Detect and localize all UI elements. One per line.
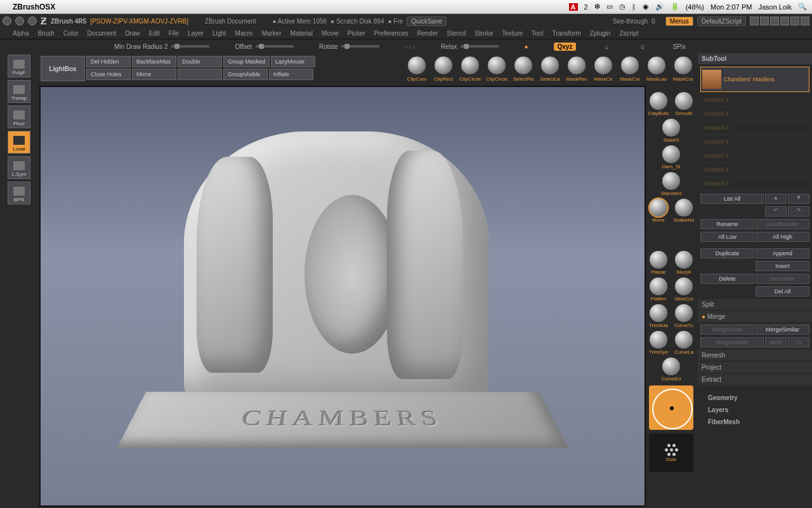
timemachine-icon[interactable]: ◷	[619, 3, 625, 11]
layout-icon[interactable]	[750, 17, 759, 25]
brush-slicecur[interactable]: SliceCur	[672, 277, 695, 302]
remesh-section[interactable]: Remesh	[698, 350, 812, 361]
split-section[interactable]: Split	[698, 299, 812, 310]
menu-movie[interactable]: Movie	[322, 30, 339, 37]
btn-groupvisible[interactable]: GroupVisible	[223, 69, 268, 80]
menu-alpha[interactable]: Alpha	[13, 30, 29, 37]
rename-button[interactable]: Rename	[700, 219, 754, 229]
fibermesh-section[interactable]: FiberMesh	[698, 417, 812, 427]
tool-floor[interactable]: Floor	[8, 105, 30, 128]
subtool-slot[interactable]: Unused 1	[700, 95, 809, 107]
brush-selectla[interactable]: SelectLa	[538, 56, 562, 82]
menu-color[interactable]: Color	[63, 30, 79, 37]
tool-l-sym[interactable]: L.Sym	[8, 156, 30, 179]
del-all-button[interactable]: Del All	[756, 286, 809, 297]
brush-clipcircle[interactable]: ClipCircle	[458, 56, 482, 82]
brush-slash3[interactable]: Slash3	[660, 119, 683, 143]
menu-transform[interactable]: Transform	[552, 30, 580, 37]
subtool-slot[interactable]: Unused 5	[700, 150, 809, 163]
menu-edit[interactable]: Edit	[149, 30, 160, 37]
menu-layer[interactable]: Layer	[188, 30, 204, 37]
subtool-slot[interactable]: Unused 6	[700, 164, 809, 177]
sync-icon[interactable]: ❇	[594, 3, 600, 11]
layout3-icon[interactable]	[770, 17, 779, 25]
tool-transp[interactable]: Transp	[8, 80, 30, 103]
merge-section[interactable]: Merge	[698, 311, 812, 322]
project-section[interactable]: Project	[698, 362, 812, 373]
geometry-section[interactable]: Geometry	[698, 392, 812, 403]
brush-cliprect[interactable]: ClipRect	[431, 56, 455, 82]
btn-del-hidden[interactable]: Del Hidden	[86, 56, 131, 67]
bluetooth-icon[interactable]: ᛒ	[632, 3, 636, 11]
layout2-icon[interactable]	[760, 17, 769, 25]
btn-close-holes[interactable]: Close Holes	[86, 69, 131, 80]
extract-section[interactable]: Extract	[698, 374, 812, 385]
brush-dam_st[interactable]: Dam_St	[660, 145, 683, 170]
menu-marker[interactable]: Marker	[261, 30, 281, 37]
default-zscript-button[interactable]: DefaultZScript	[697, 17, 746, 26]
move-down-button[interactable]: ▼	[788, 194, 809, 204]
arrow-left-button[interactable]: ↶	[765, 206, 787, 217]
weld-button[interactable]: Weld	[765, 337, 787, 347]
autoreorder-button[interactable]: AutoReorder	[756, 219, 809, 229]
dots-widget[interactable]: Dots	[649, 434, 693, 472]
subtool-slot[interactable]: Unused 3	[700, 123, 809, 135]
volume-icon[interactable]: 🔊	[655, 3, 664, 11]
del-other-button[interactable]: Del Other	[756, 274, 809, 284]
brush-curveed[interactable]: CurveEd	[660, 358, 683, 382]
brush-standard[interactable]: Standard	[660, 172, 683, 196]
user-name[interactable]: Jason Loik	[758, 3, 792, 11]
display-icon[interactable]: ▭	[606, 3, 613, 11]
mergevisible-button[interactable]: MergeVisible	[700, 337, 764, 347]
menu-render[interactable]: Render	[417, 30, 438, 37]
brush-curvetu[interactable]: CurveTu	[672, 304, 695, 328]
brush-planar[interactable]: Planar	[647, 251, 670, 275]
layers-section[interactable]: Layers	[698, 404, 812, 415]
menu-light[interactable]: Light	[213, 30, 226, 37]
menu-tool[interactable]: Tool	[532, 30, 543, 37]
delete-button[interactable]: Delete	[700, 274, 754, 284]
btn-group-masked[interactable]: Group Masked	[223, 56, 270, 67]
brush-maskcur[interactable]: MaskCur	[618, 56, 642, 82]
insert-button[interactable]: Insert	[756, 261, 809, 271]
adobe-icon[interactable]: A	[569, 3, 578, 11]
arrow-right-button[interactable]: ↷	[788, 206, 809, 217]
wifi-icon[interactable]: ◉	[643, 3, 649, 11]
brush-clipcircle[interactable]: ClipCircle	[485, 56, 509, 82]
menus-button[interactable]: Menus	[665, 17, 693, 26]
viewport-canvas[interactable]: CHAMBERS	[39, 86, 646, 507]
lock-icon[interactable]	[801, 17, 809, 25]
duplicate-button[interactable]: Duplicate	[700, 248, 754, 258]
btn-lazymouse[interactable]: LazyMouse	[271, 56, 315, 67]
menu-stencil[interactable]: Stencil	[447, 30, 466, 37]
subtool-slot[interactable]: Unused 4	[700, 137, 809, 149]
window-min-icon[interactable]	[3, 17, 11, 25]
brush-smooth[interactable]: Smooth	[672, 92, 695, 116]
tool-polyf[interactable]: PolyF	[8, 55, 30, 77]
menu-document[interactable]: Document	[88, 30, 117, 37]
mergedown-button[interactable]: MergeDown	[700, 324, 754, 335]
headphones-icon[interactable]: ♫	[637, 41, 647, 51]
battery-icon[interactable]: 🔋	[671, 3, 679, 11]
menu-texture[interactable]: Texture	[502, 30, 523, 37]
relax-slider[interactable]: Relax	[441, 43, 499, 50]
home-icon[interactable]: ⌂	[601, 41, 612, 51]
mergesimilar-button[interactable]: MergeSimilar	[756, 324, 809, 335]
brush-maskrec[interactable]: MaskRec	[565, 56, 589, 82]
menu-macro[interactable]: Macro	[235, 30, 253, 37]
brush-trimdyn[interactable]: TrimDyn	[647, 331, 670, 355]
spotlight-icon[interactable]: 🔍	[798, 3, 807, 11]
menu-preferences[interactable]: Preferences	[374, 30, 409, 37]
append-button[interactable]: Append	[756, 248, 809, 258]
btn-backfacemas[interactable]: BackfaceMas	[132, 56, 176, 67]
menu-material[interactable]: Material	[291, 30, 313, 37]
offset-slider[interactable]: Offset	[235, 43, 294, 50]
tool-local[interactable]: Local	[8, 131, 30, 154]
menu-picker[interactable]: Picker	[348, 30, 365, 37]
xyz-button[interactable]: Qxyz	[554, 43, 577, 51]
menu-draw[interactable]: Draw	[125, 30, 140, 37]
brush-maskcir[interactable]: MaskCir	[591, 56, 615, 82]
menu-file[interactable]: File	[169, 30, 179, 37]
brush-curvela[interactable]: CurveLa	[672, 331, 695, 355]
min-draw-radius-slider[interactable]: Min Draw Radius 2	[114, 43, 209, 50]
